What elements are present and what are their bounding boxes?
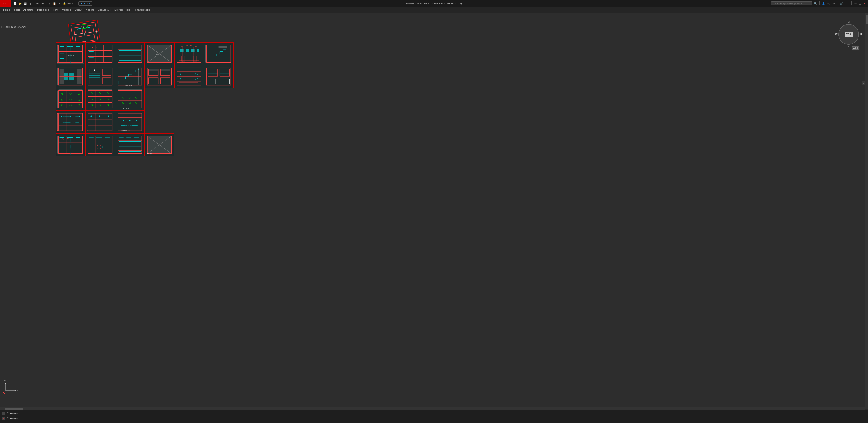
bp-cell-1-5[interactable] xyxy=(204,65,234,88)
wcs-button[interactable]: WCS xyxy=(852,46,859,50)
svg-rect-36 xyxy=(89,51,94,52)
ribbon-parametric[interactable]: Parametric xyxy=(35,8,51,11)
panel-expand-tab[interactable]: › xyxy=(862,81,865,85)
ribbon-manage[interactable]: Manage xyxy=(60,8,73,11)
minimize-button[interactable]: ─ xyxy=(854,2,857,5)
bp-cell-0-2[interactable] xyxy=(115,42,145,65)
bp-cell-1-3[interactable] xyxy=(145,65,174,88)
svg-rect-61 xyxy=(177,45,201,63)
svg-rect-268 xyxy=(119,137,124,137)
svg-rect-270 xyxy=(134,137,139,137)
svg-rect-2 xyxy=(85,25,94,33)
svg-rect-66 xyxy=(186,50,189,52)
svg-rect-33 xyxy=(89,45,94,46)
bp-cell-2-2[interactable]: MAT BANG xyxy=(115,88,145,111)
viewport[interactable]: [-][Top][2D Wireframe] xyxy=(0,13,868,409)
svg-point-261 xyxy=(97,145,101,149)
undo-button[interactable]: ↩ xyxy=(35,1,39,5)
print-button[interactable]: 🖨 xyxy=(28,1,32,5)
bp-cell-0-0[interactable]: PHONG NGU xyxy=(56,42,86,65)
lock-button[interactable]: 🔒 xyxy=(62,1,66,5)
bp-cell-1-1[interactable] xyxy=(86,65,115,88)
save-button[interactable]: 💾 xyxy=(23,1,27,5)
svg-rect-37 xyxy=(89,57,94,58)
redo-button[interactable]: ↪ xyxy=(40,1,44,5)
open-button[interactable]: 📂 xyxy=(18,1,22,5)
bp-cell-2-1[interactable] xyxy=(86,88,115,111)
svg-point-190 xyxy=(129,97,131,98)
command-input[interactable] xyxy=(22,417,866,420)
maximize-button[interactable]: □ xyxy=(859,2,862,5)
svg-rect-269 xyxy=(127,137,131,137)
ribbon-annotate[interactable]: Annotate xyxy=(22,8,35,11)
bp-cell-1-0[interactable] xyxy=(56,65,86,88)
svg-rect-258 xyxy=(96,137,102,137)
svg-rect-91 xyxy=(69,73,74,76)
ribbon-insert[interactable]: Insert xyxy=(11,8,22,11)
sign-in-label[interactable]: Sign In xyxy=(827,2,835,5)
vertical-scrollbar[interactable] xyxy=(865,13,868,409)
svg-rect-65 xyxy=(180,50,184,52)
bp-cell-3-1[interactable] xyxy=(86,111,115,133)
svg-rect-68 xyxy=(197,50,199,52)
svg-rect-252 xyxy=(88,136,112,154)
svg-point-179 xyxy=(107,99,109,100)
svg-rect-17 xyxy=(60,53,64,53)
layers-button[interactable]: 📋 xyxy=(53,1,57,5)
bp-cell-0-3[interactable]: ELEVATION xyxy=(145,42,174,65)
options-button[interactable]: ⚙ xyxy=(48,1,52,5)
svg-point-223 xyxy=(99,116,100,117)
viewport-label: [-][Top][2D Wireframe] xyxy=(1,26,26,28)
ribbon-express[interactable]: Express Tools xyxy=(113,8,132,11)
bp-cell-4-0[interactable] xyxy=(56,133,86,156)
bp-cell-3-0[interactable] xyxy=(56,111,86,133)
bp-cell-0-4[interactable] xyxy=(174,42,204,65)
properties-button[interactable]: ≡ xyxy=(57,1,62,5)
svg-rect-80 xyxy=(208,55,209,58)
svg-point-191 xyxy=(135,97,137,98)
svg-rect-259 xyxy=(105,137,110,137)
share-icon: ➤ xyxy=(81,2,83,5)
svg-rect-34 xyxy=(96,45,102,46)
bp-cell-0-5[interactable] xyxy=(204,42,234,65)
share-button[interactable]: ➤ Share xyxy=(79,1,92,6)
bp-cell-2-0[interactable] xyxy=(56,88,86,111)
ribbon-collaborate[interactable]: Collaborate xyxy=(96,8,113,11)
bp-cell-0-1[interactable] xyxy=(86,42,115,65)
bp-cell-4-2[interactable] xyxy=(115,133,145,156)
svg-point-133 xyxy=(188,73,190,75)
bp-cell-4-1[interactable] xyxy=(86,133,115,156)
user-icon[interactable]: 👤 xyxy=(822,1,826,5)
right-controls: 🔍 👤 Sign In 🛒 ? ─ □ ✕ xyxy=(771,1,868,5)
help-button[interactable]: ? xyxy=(845,1,849,5)
svg-rect-92 xyxy=(64,77,68,80)
close-button[interactable]: ✕ xyxy=(863,2,866,5)
bp-cell-3-2[interactable]: HE THONG NUOC xyxy=(115,111,145,133)
bp-cell-4-3[interactable]: MAT DUNG xyxy=(145,133,174,156)
svg-point-207 xyxy=(70,116,71,117)
svg-point-137 xyxy=(196,78,198,80)
svg-point-189 xyxy=(122,97,124,98)
cart-icon[interactable]: 🛒 xyxy=(839,1,844,5)
top-view-button[interactable]: TOP xyxy=(844,32,853,37)
ribbon-addins[interactable]: Add-ins xyxy=(84,8,96,11)
bp-cell-1-4[interactable] xyxy=(174,65,204,88)
ribbon-bar: Home Insert Annotate Parametric View Man… xyxy=(0,7,868,13)
horizontal-scrollbar[interactable] xyxy=(0,407,865,410)
svg-rect-246 xyxy=(67,137,73,138)
svg-text:Y: Y xyxy=(4,381,6,383)
search-input[interactable] xyxy=(771,1,812,5)
svg-rect-81 xyxy=(208,59,209,62)
bp-cell-1-2[interactable]: CAU THANG xyxy=(115,65,145,88)
ribbon-output[interactable]: Output xyxy=(73,8,84,11)
svg-text:X: X xyxy=(17,389,18,392)
south-label: S xyxy=(848,45,849,48)
ribbon-view[interactable]: View xyxy=(51,8,60,11)
svg-point-237 xyxy=(136,120,137,121)
search-button[interactable]: 🔍 xyxy=(813,1,818,5)
ribbon-home[interactable]: Home xyxy=(1,8,11,11)
ribbon-featured[interactable]: Featured Apps xyxy=(132,8,152,11)
new-button[interactable]: 📄 xyxy=(13,1,17,5)
svg-rect-62 xyxy=(179,47,199,60)
svg-marker-69 xyxy=(179,45,199,47)
